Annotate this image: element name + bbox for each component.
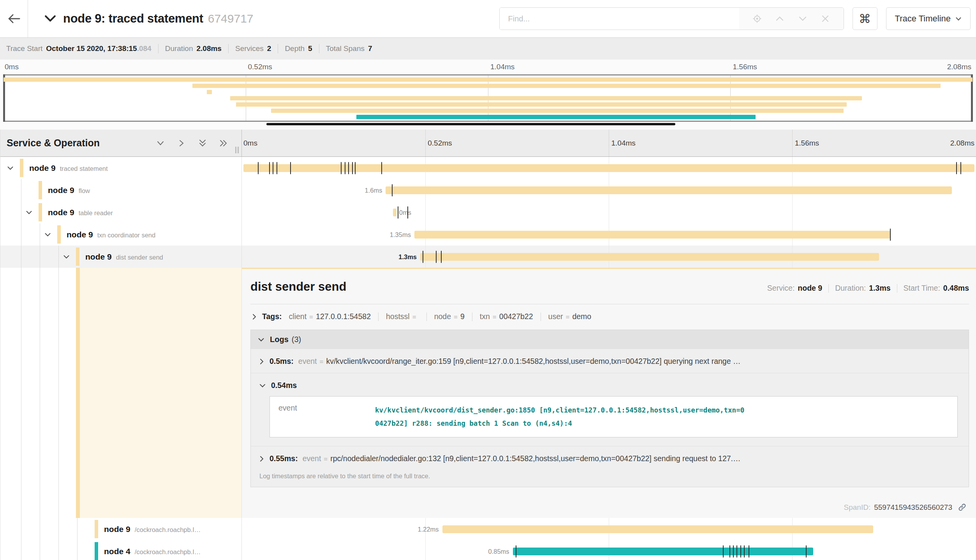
- operation-name: table reader: [79, 209, 113, 217]
- log-marker-tick: [436, 251, 437, 263]
- minimap-scrollbar[interactable]: [266, 123, 675, 125]
- minimap-canvas[interactable]: [3, 74, 973, 122]
- span-bar[interactable]: [513, 548, 813, 555]
- span-id-label: SpanID:: [844, 503, 871, 512]
- chevron-down-icon: [259, 383, 266, 388]
- prev-result-icon[interactable]: [775, 14, 784, 23]
- summary-item: Duration2.08ms: [165, 44, 222, 53]
- tags-label: Tags:: [262, 312, 282, 321]
- expand-collapse-chevron-icon[interactable]: [7, 166, 14, 170]
- column-resizer-handle[interactable]: [235, 147, 239, 153]
- log-marker-tick: [806, 545, 807, 557]
- span-name-cell[interactable]: node 9flow: [0, 179, 242, 201]
- timeline-section: Service & Operation 0ms0.52ms1.04ms1.56m…: [0, 130, 976, 560]
- log-marker-tick: [890, 228, 891, 241]
- span-name-cell[interactable]: node 4/cockroach.roachpb.I…: [0, 540, 242, 560]
- span-detail-panel: dist sender send Service: node 9 Duratio…: [242, 268, 976, 518]
- deep-link-icon[interactable]: [958, 503, 967, 512]
- trace-minimap: 0ms0.52ms1.04ms1.56ms2.08ms: [0, 60, 976, 130]
- span-bar[interactable]: [243, 164, 974, 172]
- log-marker-tick: [392, 184, 393, 196]
- span-bar[interactable]: [393, 209, 396, 216]
- span-name-cell[interactable]: node 9txn coordinator send: [0, 223, 242, 246]
- keyboard-shortcuts-button[interactable]: ⌘: [853, 7, 877, 30]
- span-name-cell[interactable]: node 9dist sender send: [0, 246, 242, 268]
- log-entry-row[interactable]: 0.54ms: [259, 381, 962, 390]
- service-name: node 9: [48, 186, 74, 195]
- tags-accordion[interactable]: Tags: client=127.0.0.1:54582hostssl=node…: [250, 312, 969, 321]
- service-name: node 4: [104, 547, 130, 556]
- tag-item: txn=00427b22: [480, 312, 533, 321]
- axis-tick-label: 1.04ms: [490, 63, 514, 71]
- table-row: node 9dist sender send1.3ms: [0, 246, 976, 268]
- log-marker-tick: [258, 162, 259, 174]
- table-row: node 4/cockroach.roachpb.I…0.85ms: [0, 540, 976, 560]
- clear-search-icon[interactable]: [821, 14, 830, 23]
- tree-controls: [156, 139, 228, 148]
- span-bar[interactable]: [386, 186, 951, 194]
- log-entry: 0.55ms: event = rpc/nodedialer/nodediale…: [251, 446, 969, 470]
- span-bar[interactable]: [420, 253, 879, 261]
- span-bar[interactable]: [442, 525, 873, 533]
- find-buttons: [739, 8, 844, 30]
- span-name-cell[interactable]: node 9traced statement: [0, 157, 242, 179]
- logs-header[interactable]: Logs (3): [251, 330, 969, 349]
- collapse-trace-chevron-icon[interactable]: [44, 15, 56, 23]
- collapse-all-icon[interactable]: [198, 139, 207, 148]
- span-duration-label: 1.6ms: [365, 186, 382, 194]
- log-entry-row[interactable]: 0.5ms: event = kv/kvclient/kvcoord/range…: [259, 357, 962, 366]
- span-name-cell[interactable]: node 9/cockroach.roachpb.I…: [0, 518, 242, 540]
- log-key-values-table: event kv/kvclient/kvcoord/dist_sender.go…: [270, 396, 958, 437]
- span-duration-label: 1.3ms: [398, 253, 417, 260]
- axis-tick-label: 0.52ms: [248, 63, 272, 71]
- chevron-down-icon: [258, 337, 264, 342]
- span-timeline-cell: 1.3ms: [242, 246, 976, 268]
- service-name: node 9: [85, 252, 112, 262]
- trace-view-dropdown-label: Trace Timeline: [895, 14, 951, 24]
- expand-one-icon[interactable]: [177, 139, 186, 148]
- minimap-span-bar: [192, 84, 941, 88]
- minimap-span-bar: [271, 109, 844, 113]
- service-color-strip: [95, 520, 98, 538]
- minimap-span-bar: [236, 102, 846, 107]
- log-marker-tick: [441, 251, 442, 263]
- log-marker-tick: [749, 545, 749, 557]
- expand-all-icon[interactable]: [219, 139, 228, 148]
- minimap-span-bar: [4, 77, 972, 82]
- back-button[interactable]: [0, 0, 28, 37]
- service-name: node 9: [29, 163, 56, 173]
- logs-count: (3): [292, 335, 301, 344]
- log-marker-tick: [345, 162, 345, 174]
- service-operation-title: Service & Operation: [7, 137, 156, 149]
- log-entry-row[interactable]: 0.55ms: event = rpc/nodedialer/nodediale…: [259, 454, 962, 463]
- span-bar[interactable]: [414, 231, 891, 239]
- span-duration-label: 1.35ms: [390, 231, 411, 238]
- next-result-icon[interactable]: [798, 14, 807, 23]
- axis-tick-label: 1.04ms: [611, 139, 636, 147]
- expand-collapse-chevron-icon[interactable]: [63, 255, 70, 259]
- expand-collapse-chevron-icon[interactable]: [44, 232, 51, 237]
- summary-item: Services2: [235, 44, 271, 53]
- log-marker-tick: [956, 162, 957, 174]
- log-marker-tick: [269, 162, 270, 174]
- expand-collapse-chevron-icon[interactable]: [26, 210, 32, 215]
- minimap-tick-labels: 0ms0.52ms1.04ms1.56ms2.08ms: [3, 63, 973, 73]
- locate-icon[interactable]: [752, 14, 762, 23]
- minimap-span-bar: [207, 90, 211, 94]
- span-duration-label: 0.85ms: [488, 548, 509, 555]
- log-value: kv/kvclient/kvcoord/range_iter.go:159 [n…: [326, 357, 740, 366]
- find-input[interactable]: [500, 8, 739, 30]
- operation-name: traced statement: [60, 165, 108, 172]
- span-color-accent: [76, 268, 80, 518]
- collapse-one-icon[interactable]: [156, 139, 165, 148]
- operation-name: flow: [79, 187, 90, 195]
- service-color-strip: [57, 225, 61, 244]
- log-timestamp: 0.5ms:: [270, 357, 294, 366]
- operation-name: txn coordinator send: [97, 232, 156, 239]
- log-marker-tick: [273, 162, 273, 174]
- span-name-cell[interactable]: node 9table reader: [0, 201, 242, 223]
- log-marker-tick: [733, 545, 734, 557]
- log-marker-tick: [423, 251, 423, 263]
- trace-view-dropdown[interactable]: Trace Timeline: [886, 7, 971, 30]
- span-timeline-cell: 1.35ms: [242, 223, 976, 246]
